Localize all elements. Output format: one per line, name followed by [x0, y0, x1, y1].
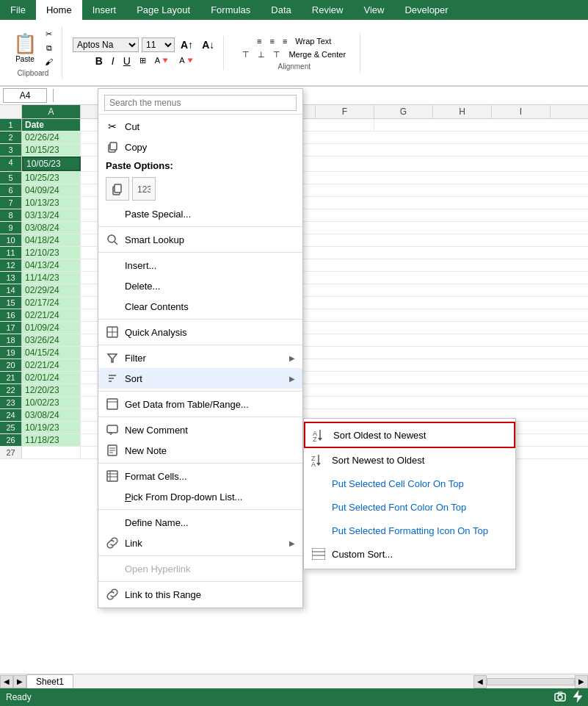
sort-newest-submenu-item[interactable]: Z A Sort Newest to Oldest	[304, 448, 515, 472]
font-size-select[interactable]: 11	[142, 37, 175, 52]
format-painter-button[interactable]: 🖌	[42, 56, 56, 68]
font-color-button[interactable]: A🔻	[176, 54, 197, 67]
cell-a26[interactable]: 11/18/23	[22, 434, 81, 446]
put-format-icon-submenu-item[interactable]: Put Selected Formatting Icon On Top	[304, 519, 515, 542]
align-middle-button[interactable]: ⊥	[255, 48, 268, 61]
copy-menu-item[interactable]: Copy	[98, 137, 302, 157]
col-header-g[interactable]: G	[374, 105, 433, 118]
cell-a25[interactable]: 10/19/23	[22, 422, 81, 433]
tab-data[interactable]: Data	[261, 0, 301, 20]
cell-a9[interactable]: 03/08/24	[22, 222, 81, 234]
context-menu-search-input[interactable]	[104, 95, 297, 111]
horizontal-scroll-right[interactable]: ▶	[575, 675, 588, 688]
paste-icon-btn[interactable]	[106, 177, 129, 201]
cell-a3[interactable]: 10/15/23	[22, 144, 81, 156]
filter-menu-item[interactable]: Filter ▶	[98, 347, 302, 368]
define-name-menu-item[interactable]: Define Name...	[98, 512, 302, 533]
bold-button[interactable]: B	[92, 54, 106, 68]
format-cells-menu-item[interactable]: Format Cells...	[98, 466, 302, 486]
cell-a15[interactable]: 02/17/24	[22, 297, 81, 309]
col-header-f[interactable]: F	[316, 105, 374, 118]
cell-a1[interactable]: Date	[22, 119, 81, 131]
horizontal-scroll-left[interactable]: ◀	[473, 675, 487, 688]
get-data-menu-item[interactable]: Get Data from Table/Range...	[98, 394, 302, 414]
scroll-left-button[interactable]: ◀	[0, 675, 13, 688]
paste-values-btn[interactable]: 123	[132, 177, 156, 201]
cell-a11[interactable]: 12/10/23	[22, 247, 81, 259]
paste-special-menu-item[interactable]: Paste Special...	[98, 203, 302, 224]
new-comment-menu-item[interactable]: New Comment	[98, 419, 302, 440]
cell-a13[interactable]: 11/14/23	[22, 272, 81, 284]
cell-a10[interactable]: 04/18/24	[22, 234, 81, 246]
tab-view[interactable]: View	[353, 0, 394, 20]
cut-button[interactable]: ✂	[42, 28, 56, 40]
cell-a23[interactable]: 10/02/23	[22, 397, 81, 408]
sort-menu-item[interactable]: Sort ▶	[98, 368, 302, 389]
cell-a24[interactable]: 03/08/24	[22, 409, 81, 421]
link-menu-item[interactable]: Link ▶	[98, 533, 302, 553]
sheet-tab[interactable]: Sheet1	[26, 674, 73, 688]
border-button[interactable]: ⊞	[137, 54, 149, 67]
cell-a2[interactable]: 02/26/24	[22, 132, 81, 143]
col-header-a[interactable]: A	[22, 105, 81, 118]
tab-page-layout[interactable]: Page Layout	[126, 0, 200, 20]
align-top-button[interactable]: ⊤	[239, 48, 253, 61]
pick-dropdown-menu-item[interactable]: Pick From Drop-down List...	[98, 486, 302, 507]
tab-review[interactable]: Review	[302, 0, 354, 20]
link-to-range-menu-item[interactable]: Link to this Range	[98, 584, 302, 605]
delete-menu-item[interactable]: Delete...	[98, 275, 302, 296]
clear-contents-menu-item[interactable]: Clear Contents	[98, 296, 302, 317]
tab-developer[interactable]: Developer	[394, 0, 458, 20]
cell-a5[interactable]: 10/25/23	[22, 172, 81, 184]
insert-menu-item[interactable]: Insert...	[98, 255, 302, 275]
wrap-text-button[interactable]: Wrap Text	[292, 35, 334, 47]
smart-lookup-menu-item[interactable]: Smart Lookup	[98, 229, 302, 250]
put-cell-color-submenu-item[interactable]: Put Selected Cell Color On Top	[304, 472, 515, 495]
col-header-i[interactable]: I	[492, 105, 551, 118]
horizontal-scrollbar[interactable]	[487, 678, 575, 685]
fill-color-button[interactable]: A🔻	[152, 54, 173, 67]
cell-a14[interactable]: 02/29/24	[22, 284, 81, 296]
cell-a4[interactable]: 10/05/23	[22, 156, 81, 171]
new-note-menu-item[interactable]: New Note	[98, 440, 302, 461]
cell-a16[interactable]: 02/21/24	[22, 309, 81, 321]
cell-a7[interactable]: 10/13/23	[22, 197, 81, 209]
align-bottom-button[interactable]: ⊤	[270, 48, 283, 61]
cell-a17[interactable]: 01/09/24	[22, 322, 81, 334]
cell-a18[interactable]: 03/26/24	[22, 334, 81, 346]
cell-a19[interactable]: 04/15/24	[22, 347, 81, 359]
align-right-button[interactable]: ≡	[280, 35, 290, 47]
cell-a8[interactable]: 03/13/24	[22, 209, 81, 221]
increase-font-button[interactable]: A↑	[178, 37, 196, 52]
italic-button[interactable]: I	[109, 54, 117, 68]
cell-a22[interactable]: 12/20/23	[22, 384, 81, 396]
cell-a21[interactable]: 02/01/24	[22, 372, 81, 383]
tab-file[interactable]: File	[0, 0, 36, 20]
cell-a12[interactable]: 04/13/24	[22, 259, 81, 271]
paste-button[interactable]: 📋 Paste	[10, 31, 40, 65]
cell-a6[interactable]: 04/09/24	[22, 184, 81, 196]
cell-a27[interactable]	[22, 447, 81, 458]
copy-button[interactable]: ⧉	[42, 42, 56, 54]
put-font-color-submenu-item[interactable]: Put Selected Font Color On Top	[304, 495, 515, 519]
font-name-select[interactable]: Aptos Na	[73, 37, 139, 52]
custom-sort-submenu-item[interactable]: Custom Sort...	[304, 542, 515, 566]
tab-home[interactable]: Home	[36, 0, 82, 20]
name-box[interactable]	[3, 88, 47, 103]
status-bar: Ready	[0, 688, 588, 706]
quick-analysis-menu-item[interactable]: Quick Analysis	[98, 322, 302, 342]
cell-a20[interactable]: 02/21/24	[22, 359, 81, 371]
scroll-right-button[interactable]: ▶	[13, 675, 26, 688]
camera-icon[interactable]	[554, 691, 566, 704]
cut-menu-item[interactable]: ✂ Cut	[98, 116, 302, 137]
merge-center-button[interactable]: Merge & Center	[286, 48, 349, 60]
sort-oldest-submenu-item[interactable]: A Z Sort Oldest to Newest	[304, 422, 515, 448]
lightning-icon[interactable]	[573, 691, 582, 705]
col-header-h[interactable]: H	[433, 105, 492, 118]
align-left-button[interactable]: ≡	[254, 35, 264, 47]
decrease-font-button[interactable]: A↓	[199, 37, 217, 52]
tab-insert[interactable]: Insert	[82, 0, 127, 20]
underline-button[interactable]: U	[120, 54, 134, 68]
tab-formulas[interactable]: Formulas	[200, 0, 261, 20]
align-center-button[interactable]: ≡	[266, 35, 277, 47]
